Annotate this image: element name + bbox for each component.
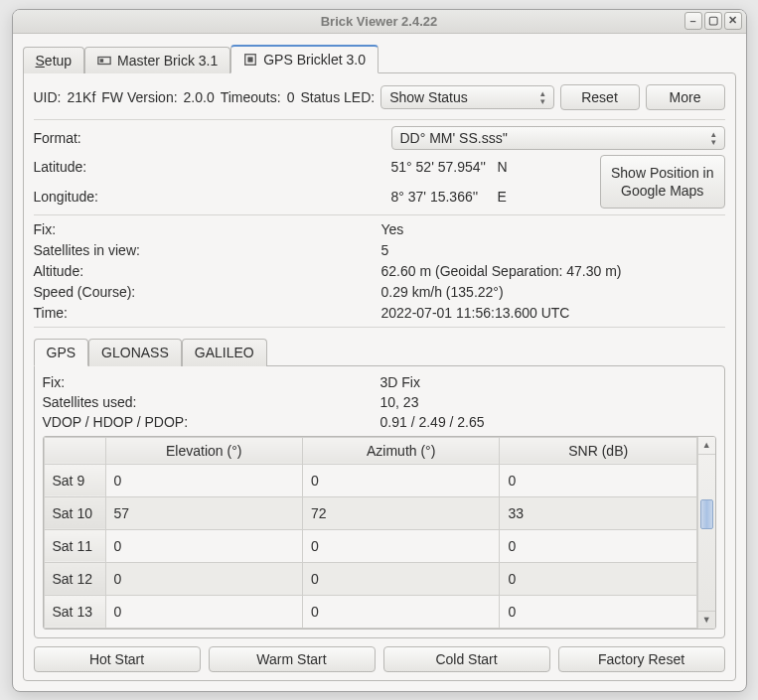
app-window: Brick Viewer 2.4.22 – ▢ ✕ Setup Master B… — [12, 9, 747, 692]
scroll-track[interactable] — [698, 455, 715, 611]
sats-used-value: 10, 23 — [380, 394, 716, 410]
table-row[interactable]: Sat 10577233 — [44, 496, 696, 529]
altitude-label: Altitude: — [34, 263, 381, 279]
chevron-updown-icon: ▴▾ — [540, 89, 545, 105]
format-select[interactable]: DD° MM' SS.sss'' ▴▾ — [391, 126, 725, 150]
sat-row-header: Sat 13 — [44, 595, 105, 628]
satellite-table: Elevation (°) Azimuth (°) SNR (dB) Sat 9… — [44, 437, 697, 629]
time-label: Time: — [34, 305, 381, 321]
show-in-maps-button[interactable]: Show Position in Google Maps — [600, 155, 725, 209]
more-button[interactable]: More — [646, 84, 725, 110]
svg-rect-1 — [100, 59, 104, 63]
bricklet-icon — [243, 53, 257, 67]
fix-value: Yes — [381, 221, 725, 237]
close-button[interactable]: ✕ — [724, 12, 742, 30]
sats-used-label: Satellites used: — [43, 394, 380, 410]
reset-button[interactable]: Reset — [560, 84, 640, 110]
snr-cell: 0 — [500, 595, 697, 628]
altitude-value: 62.60 m (Geoidal Separation: 47.30 m) — [381, 263, 725, 279]
sat-row-header: Sat 12 — [44, 562, 105, 595]
snr-cell: 0 — [500, 464, 697, 496]
svg-rect-3 — [248, 57, 253, 62]
chevron-updown-icon: ▴▾ — [711, 130, 716, 146]
scroll-down-button[interactable]: ▼ — [698, 611, 715, 629]
brick-icon — [97, 54, 111, 68]
uid-label: UID: — [34, 89, 62, 105]
format-label: Format: — [34, 130, 381, 146]
speed-label: Speed (Course): — [34, 284, 381, 300]
snr-column-header[interactable]: SNR (dB) — [500, 437, 697, 464]
sat-row-header: Sat 11 — [44, 529, 105, 562]
maximize-button[interactable]: ▢ — [704, 12, 722, 30]
main-tabs: Setup Master Brick 3.1 GPS Bricklet 3.0 — [23, 44, 736, 72]
elevation-cell: 0 — [105, 464, 302, 496]
scroll-up-button[interactable]: ▲ — [698, 437, 715, 455]
status-led-select[interactable]: Show Status ▴▾ — [380, 85, 553, 109]
sats-view-value: 5 — [381, 242, 725, 258]
titlebar: Brick Viewer 2.4.22 – ▢ ✕ — [13, 10, 746, 34]
uid-value: 21Kf — [68, 89, 96, 105]
tab-setup[interactable]: Setup — [23, 47, 85, 73]
timeouts-value: 0 — [287, 89, 295, 105]
dop-label: VDOP / HDOP / PDOP: — [43, 414, 380, 430]
format-value: DD° MM' SS.sss'' — [400, 130, 509, 146]
latitude-label: Latitude: — [34, 159, 381, 175]
hot-start-button[interactable]: Hot Start — [34, 646, 201, 672]
snr-cell: 0 — [500, 529, 697, 562]
fw-label: FW Version: — [101, 89, 177, 105]
speed-value: 0.29 km/h (135.22°) — [381, 284, 725, 300]
elevation-cell: 0 — [105, 595, 302, 628]
elevation-column-header[interactable]: Elevation (°) — [105, 437, 302, 464]
elevation-cell: 0 — [105, 529, 302, 562]
scroll-thumb[interactable] — [700, 499, 713, 529]
table-row[interactable]: Sat 9000 — [44, 464, 696, 496]
fix-label: Fix: — [34, 221, 381, 237]
statusled-label: Status LED: — [300, 89, 375, 105]
sats-view-label: Satellites in view: — [34, 242, 381, 258]
fw-value: 2.0.0 — [184, 89, 215, 105]
warm-start-button[interactable]: Warm Start — [209, 646, 376, 672]
tab-gps-label: GPS Bricklet 3.0 — [263, 52, 366, 68]
azimuth-cell: 0 — [302, 529, 499, 562]
table-row[interactable]: Sat 12000 — [44, 562, 696, 595]
gps-fix-label: Fix: — [43, 374, 380, 390]
longitude-label: Longitude: — [34, 189, 381, 205]
azimuth-cell: 0 — [302, 595, 499, 628]
azimuth-column-header[interactable]: Azimuth (°) — [302, 437, 499, 464]
azimuth-cell: 0 — [302, 562, 499, 595]
factory-reset-button[interactable]: Factory Reset — [558, 646, 725, 672]
subtab-gps[interactable]: GPS — [34, 339, 89, 366]
tab-master-label: Master Brick 3.1 — [117, 53, 218, 69]
cold-start-button[interactable]: Cold Start — [383, 646, 550, 672]
tab-gps-bricklet[interactable]: GPS Bricklet 3.0 — [230, 45, 379, 73]
table-row[interactable]: Sat 11000 — [44, 529, 696, 562]
longitude-value: 8° 37' 15.366'' E — [391, 189, 590, 205]
dop-value: 0.91 / 2.49 / 2.65 — [380, 414, 716, 430]
subtab-glonass[interactable]: GLONASS — [88, 339, 182, 366]
snr-cell: 33 — [500, 496, 697, 529]
sat-row-header: Sat 9 — [44, 464, 105, 496]
subtab-galileo[interactable]: GALILEO — [182, 339, 267, 366]
time-value: 2022-07-01 11:56:13.600 UTC — [381, 305, 725, 321]
snr-cell: 0 — [500, 562, 697, 595]
tab-master-brick[interactable]: Master Brick 3.1 — [84, 47, 230, 73]
table-scrollbar[interactable]: ▲ ▼ — [697, 437, 715, 629]
latitude-value: 51° 52' 57.954'' N — [391, 159, 590, 175]
elevation-cell: 57 — [105, 496, 302, 529]
elevation-cell: 0 — [105, 562, 302, 595]
table-row[interactable]: Sat 13000 — [44, 595, 696, 628]
constellation-tabs: GPS GLONASS GALILEO — [34, 338, 725, 365]
timeouts-label: Timeouts: — [221, 89, 281, 105]
gps-fix-value: 3D Fix — [380, 374, 716, 390]
status-led-value: Show Status — [389, 89, 468, 105]
minimize-button[interactable]: – — [684, 12, 702, 30]
sat-row-header: Sat 10 — [44, 496, 105, 529]
azimuth-cell: 0 — [302, 464, 499, 496]
azimuth-cell: 72 — [302, 496, 499, 529]
window-title: Brick Viewer 2.4.22 — [321, 14, 438, 29]
tab-setup-label: etup — [45, 53, 72, 69]
sat-column-header — [44, 437, 105, 464]
